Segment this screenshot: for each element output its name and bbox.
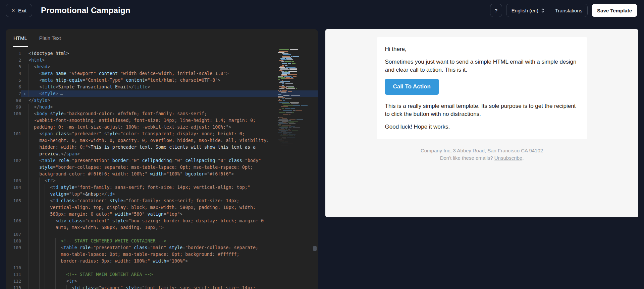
- code-line[interactable]: 112<tr>: [6, 278, 318, 285]
- minimap-token: [279, 82, 284, 83]
- code-token: >: [56, 84, 58, 89]
- line-number: 111: [6, 271, 21, 278]
- code-line[interactable]: auto; max-width: 580px; padding: 10px;">: [6, 224, 318, 231]
- scrollbar-thumb[interactable]: [313, 246, 317, 251]
- code-token: "font-family: sans-serif; font-size: 14p…: [142, 285, 256, 289]
- minimap-token: [283, 133, 288, 133]
- code-line[interactable]: 101<span class="preheader" style="color:…: [6, 131, 318, 137]
- code-line[interactable]: -webkit-font-smoothing: antialiased; fon…: [6, 117, 318, 124]
- code-line[interactable]: 108<!-- START CENTERED WHITE CONTAINER -…: [6, 238, 318, 244]
- code-line[interactable]: style="border-collapse: separate; mso-ta…: [6, 164, 318, 171]
- minimap-token: [281, 106, 288, 107]
- cta-button[interactable]: Call To Action: [385, 79, 439, 95]
- code-line[interactable]: 5<meta http-equiv="Content-Type" content…: [6, 77, 318, 84]
- fold-gutter: [21, 224, 29, 231]
- code-line[interactable]: 113<td class="wrapper" style="font-famil…: [6, 285, 318, 289]
- code-line[interactable]: 104<td style="font-family: sans-serif; f…: [6, 184, 318, 191]
- code-line[interactable]: valign="top">&nbsp;</td>: [6, 191, 318, 198]
- code-line[interactable]: 109<table role="presentation" class="mai…: [6, 244, 318, 251]
- minimap-token: [279, 49, 289, 50]
- code-token: &nbsp;: [85, 192, 101, 197]
- page-title: Promotional Campaign: [41, 6, 130, 15]
- code-line[interactable]: 2<html>: [6, 57, 318, 64]
- code-line[interactable]: 1<!doctype html>: [6, 50, 318, 57]
- code-token: width: [150, 259, 166, 264]
- code-line[interactable]: hidden; width: 0;">This is preheader tex…: [6, 144, 318, 151]
- email-preview-panel: Hi there, Sometimes you just want to sen…: [325, 29, 638, 217]
- code-line[interactable]: 103<tr>: [6, 177, 318, 184]
- code-editor[interactable]: 1<!doctype html>2<html>3<head>4<meta nam…: [6, 47, 318, 289]
- minimap-token: [281, 145, 287, 145]
- fold-chevron-icon[interactable]: ›: [21, 90, 29, 97]
- language-select[interactable]: English (en): [506, 4, 550, 17]
- code-token: <: [39, 71, 42, 76]
- code-token: <: [39, 78, 42, 83]
- code-line[interactable]: 3<head>: [6, 64, 318, 70]
- code-token: =: [164, 212, 166, 217]
- code-line[interactable]: 110: [6, 265, 318, 271]
- minimap[interactable]: [278, 49, 312, 147]
- code-line[interactable]: 102<table role="presentation" border="0"…: [6, 157, 318, 164]
- line-number: 106: [6, 218, 21, 224]
- code-token: <: [39, 84, 42, 89]
- minimap-line: [278, 60, 312, 61]
- minimap-token: [285, 124, 288, 124]
- minimap-token: [279, 125, 281, 125]
- code-text: [29, 231, 318, 238]
- code-token: =: [69, 158, 72, 163]
- help-button[interactable]: ?: [490, 4, 502, 17]
- minimap-line: [278, 112, 312, 112]
- app: ✕ Exit Promotional Campaign ? English (e…: [0, 0, 644, 289]
- code-line[interactable]: vertical-align: top; display: block; max…: [6, 204, 318, 211]
- code-token: style: [42, 91, 55, 96]
- code-line[interactable]: preview.</span>: [6, 151, 318, 157]
- minimap-token: [282, 119, 287, 119]
- code-line[interactable]: 106<div class="content" style="box-sizin…: [6, 218, 318, 224]
- code-line[interactable]: 111<!-- START MAIN CONTENT AREA -->: [6, 271, 318, 278]
- minimap-token: [292, 56, 299, 57]
- code-line[interactable]: max-height: 0; max-width: 0; opacity: 0;…: [6, 137, 318, 144]
- code-line[interactable]: 7›<style>…: [6, 90, 318, 97]
- code-line[interactable]: background-color: #f6f6f6; width: 100%;"…: [6, 171, 318, 177]
- minimap-token: [278, 118, 279, 118]
- minimap-line: [278, 141, 312, 141]
- minimap-token: [280, 136, 288, 136]
- code-line[interactable]: 105<td class="container" style="font-fam…: [6, 198, 318, 204]
- code-line[interactable]: 100<body style="background-color: #f6f6f…: [6, 111, 318, 117]
- save-template-button[interactable]: Save Template: [592, 4, 637, 17]
- code-line[interactable]: border-radius: 3px; width: 100%;" width=…: [6, 258, 318, 265]
- code-text: 580px; margin: 0 auto;" width="580" vali…: [29, 211, 318, 218]
- code-line[interactable]: 580px; margin: 0 auto;" width="580" vali…: [6, 211, 318, 218]
- fold-gutter: [21, 231, 29, 238]
- minimap-token: [282, 138, 286, 138]
- minimap-token: [282, 143, 288, 143]
- line-number: [6, 164, 21, 171]
- code-line[interactable]: 6<title>Simple Transactional Email</titl…: [6, 84, 318, 90]
- code-token: <!doctype html>: [29, 51, 69, 56]
- code-line[interactable]: 98</style>: [6, 97, 318, 104]
- minimap-line: [278, 134, 312, 134]
- minimap-line: [278, 128, 312, 128]
- line-number: 2: [6, 57, 21, 64]
- code-token: "wrapper": [99, 285, 123, 289]
- tab-html[interactable]: HTML: [13, 29, 28, 47]
- unsubscribe-link[interactable]: Unsubscribe: [494, 155, 522, 161]
- tab-plain-text[interactable]: Plain Text: [39, 29, 62, 47]
- code-line[interactable]: 107: [6, 231, 318, 238]
- code-line[interactable]: padding: 0; -ms-text-size-adjust: 100%; …: [6, 124, 318, 131]
- minimap-line: [278, 74, 312, 75]
- code-token: td: [74, 285, 80, 289]
- line-number: 104: [6, 184, 21, 191]
- code-token: style: [123, 285, 139, 289]
- code-line[interactable]: 4<meta name="viewport" content="width=de…: [6, 70, 318, 77]
- line-number: [6, 117, 21, 124]
- translations-button[interactable]: Translations: [550, 4, 587, 17]
- line-number: [6, 224, 21, 231]
- code-line[interactable]: mso-table-lspace: 0pt; mso-table-rspace:…: [6, 251, 318, 258]
- minimap-token: [279, 110, 281, 110]
- code-line[interactable]: 99</head>: [6, 104, 318, 111]
- code-token: </: [102, 192, 107, 197]
- minimap-line: [278, 99, 312, 100]
- code-text: <!doctype html>: [29, 50, 318, 57]
- exit-button[interactable]: ✕ Exit: [6, 4, 32, 17]
